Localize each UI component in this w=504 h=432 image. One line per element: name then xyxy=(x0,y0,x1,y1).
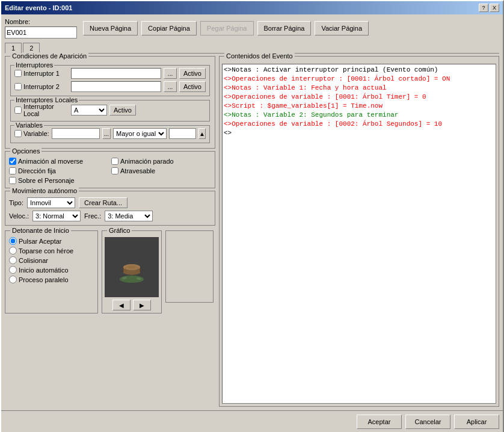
interruptor2-row: Interruptor 2 ... Activo xyxy=(14,81,206,92)
grafico-title: Gráfico xyxy=(107,227,132,234)
help-button[interactable]: ? xyxy=(479,4,488,12)
locales-title: Interruptores Locales xyxy=(14,96,79,103)
detonante-inicio-radio[interactable] xyxy=(9,266,17,274)
detonante-colisionar-radio[interactable] xyxy=(9,256,17,264)
extra-graphic-box xyxy=(165,230,214,303)
event-line: <>Operaciones de variable : [0001: Árbol… xyxy=(224,93,494,102)
anim-moverse-check[interactable] xyxy=(9,158,16,165)
local-activo-button[interactable]: Activo xyxy=(109,105,136,116)
copiar-pagina-button[interactable]: Copiar Página xyxy=(141,21,197,35)
dir-fija-label: Dirección fija xyxy=(9,167,109,174)
interruptor2-check[interactable] xyxy=(14,83,22,90)
window-content: Nombre: Nueva Página Copiar Página Pegar… xyxy=(1,14,503,410)
interruptor1-browse-button[interactable]: ... xyxy=(164,68,177,79)
variable-check-label: Variable: xyxy=(14,130,49,137)
local-select[interactable]: ABCD xyxy=(71,105,107,116)
interruptor2-activo-button[interactable]: Activo xyxy=(179,81,206,92)
grafico-buttons: ◀ ▶ xyxy=(112,300,151,310)
interruptor1-check[interactable] xyxy=(14,70,22,77)
detonante-toparse-label: Toparse con héroe xyxy=(9,247,94,255)
detonante-pulsar-radio[interactable] xyxy=(9,237,17,245)
tipo-select[interactable]: Inmovil Aleatorio Sube y baja Personaliz… xyxy=(27,197,75,208)
veloc-label: Veloc.: xyxy=(9,212,29,220)
movimiento-tipo-row: Tipo: Inmovil Aleatorio Sube y baja Pers… xyxy=(9,197,211,208)
veloc-select[interactable]: 1: Muy lento 2: Lento 3: Normal 4: Rápid… xyxy=(32,211,81,221)
aceptar-button[interactable]: Aceptar xyxy=(357,415,402,429)
variable-value-browse-button[interactable]: ▲ xyxy=(198,128,206,139)
interruptor2-browse-button[interactable]: ... xyxy=(164,81,177,92)
local-check[interactable] xyxy=(14,106,22,114)
frec-label: Frec.: xyxy=(84,212,101,220)
event-list[interactable]: <>Notas : Activar interruptor principal … xyxy=(222,64,496,404)
interruptor2-input[interactable] xyxy=(71,81,161,92)
nombre-label: Nombre: xyxy=(5,18,77,25)
aplicar-button[interactable]: Aplicar xyxy=(454,415,499,429)
grafico-right-button[interactable]: ▶ xyxy=(133,300,151,310)
anim-parado-check[interactable] xyxy=(111,158,118,165)
frec-select[interactable]: 1: Muy baja 2: Baja 3: Media 4: Alta 5: … xyxy=(105,211,153,221)
window-title: Editar evento - ID:001 xyxy=(5,4,72,11)
event-line: <> xyxy=(224,129,494,138)
variable-check[interactable] xyxy=(14,130,22,137)
detonante-paralelo-radio[interactable] xyxy=(9,276,17,283)
condiciones-title: Condiciones de Aparición xyxy=(10,52,88,60)
event-line: <>Operaciones de variable : [0002: Árbol… xyxy=(224,120,494,129)
top-row: Nombre: Nueva Página Copiar Página Pegar… xyxy=(5,18,499,39)
tipo-label: Tipo: xyxy=(9,199,23,206)
anim-parado-label: Animación parado xyxy=(111,158,211,165)
sobre-personaje-check[interactable] xyxy=(9,177,16,184)
interruptor1-row: Interruptor 1 ... Activo xyxy=(14,68,206,79)
atravesable-check[interactable] xyxy=(111,167,118,174)
variable-input[interactable] xyxy=(52,128,100,139)
left-panel: Condiciones de Aparición Interruptores I… xyxy=(5,56,215,407)
vaciar-pagina-button[interactable]: Vaciar Página xyxy=(315,21,369,35)
interruptor1-activo-button[interactable]: Activo xyxy=(179,68,206,79)
opciones-grid: Animación al moverse Animación parado Di… xyxy=(9,158,211,184)
event-line: <>Script : $game_variables[1] = Time.now xyxy=(224,102,494,111)
locales-group: Interruptores Locales Interruptor Local … xyxy=(10,100,210,122)
dir-fija-check[interactable] xyxy=(9,167,16,174)
title-bar-buttons: ? X xyxy=(479,4,499,12)
pegar-pagina-button[interactable]: Pegar Página xyxy=(200,21,254,35)
footer-buttons: Aceptar Cancelar Aplicar xyxy=(1,410,503,432)
main-window: Editar evento - ID:001 ? X Nombre: Nueva… xyxy=(0,0,504,432)
detonante-title: Detonante de Inicio xyxy=(10,227,71,234)
local-row: Interruptor Local ABCD Activo xyxy=(14,103,206,117)
atravesable-label: Atravesable xyxy=(111,167,211,174)
movimiento-group: Movimiento autónomo Tipo: Inmovil Aleato… xyxy=(5,191,215,226)
close-button[interactable]: X xyxy=(490,4,499,12)
tab-1[interactable]: 1 xyxy=(5,43,22,54)
detonante-paralelo-label: Proceso paralelo xyxy=(9,276,94,283)
interruptores-group: Interruptores Interruptor 1 ... Activo xyxy=(10,65,210,96)
event-line: <>Operaciones de interruptor : [0001: Ár… xyxy=(224,75,494,84)
local-label: Interruptor Local xyxy=(14,103,69,117)
variable-condition-select[interactable]: Mayor o igual Igual a Menor que xyxy=(113,128,167,139)
svg-point-5 xyxy=(128,266,135,268)
anim-moverse-label: Animación al moverse xyxy=(9,158,109,165)
detonante-inicio-label: Inicio automático xyxy=(9,266,94,274)
cancelar-button[interactable]: Cancelar xyxy=(405,415,450,429)
crear-ruta-button[interactable]: Crear Ruta... xyxy=(79,197,128,208)
detonante-options: Pulsar Aceptar Toparse con héroe Colisio… xyxy=(9,237,94,283)
opciones-title: Opciones xyxy=(10,147,41,155)
detonante-toparse-radio[interactable] xyxy=(9,247,17,255)
variable-browse-button[interactable]: ... xyxy=(102,128,111,139)
contenidos-title: Contenidos del Evento xyxy=(224,52,295,60)
nombre-section: Nombre: xyxy=(5,18,77,39)
right-panel: Contenidos del Evento <>Notas : Activar … xyxy=(219,56,499,407)
interruptor1-input[interactable] xyxy=(71,68,161,79)
grafico-area[interactable] xyxy=(105,237,159,297)
interruptor1-label: Interruptor 1 xyxy=(14,70,69,77)
borrar-pagina-button[interactable]: Borrar Página xyxy=(257,21,312,35)
condiciones-group: Condiciones de Aparición Interruptores I… xyxy=(5,56,215,149)
nueva-pagina-button[interactable]: Nueva Página xyxy=(83,21,138,35)
grafico-left-button[interactable]: ◀ xyxy=(112,300,131,310)
interruptores-title: Interruptores xyxy=(14,61,54,69)
event-line: <>Notas : Activar interruptor principal … xyxy=(224,66,494,75)
variable-value-input[interactable] xyxy=(169,128,196,139)
detonante-pulsar-label: Pulsar Aceptar xyxy=(9,237,94,245)
movimiento-veloc-row: Veloc.: 1: Muy lento 2: Lento 3: Normal … xyxy=(9,211,211,221)
main-area: Condiciones de Aparición Interruptores I… xyxy=(5,56,499,407)
nombre-input[interactable] xyxy=(5,26,77,39)
interruptor2-label: Interruptor 2 xyxy=(14,83,69,90)
